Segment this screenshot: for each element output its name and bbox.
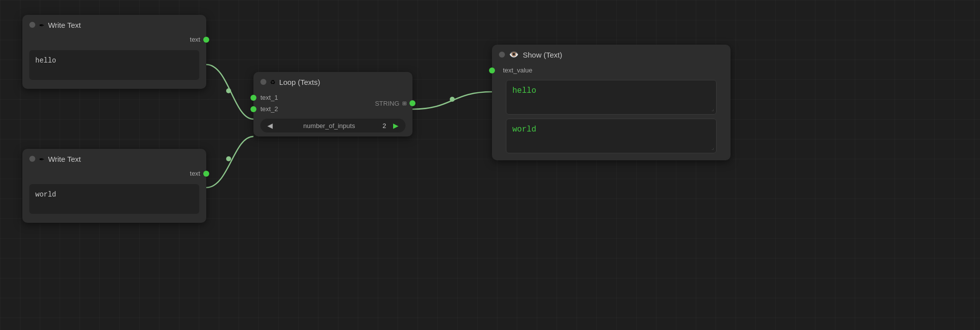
show-output-1[interactable]: hello ⌟ [506,80,717,115]
show-output-2[interactable]: world ⌟ [506,119,717,153]
loop-header: ♻️ Loop (Texts) [253,72,412,92]
loop-output-type: STRING [375,100,399,107]
connection-path-2 [206,136,253,188]
loop-input-row-2: text_2 [253,103,285,115]
show-text-node: 👁️ Show (Text) text_value hello ⌟ world … [492,45,731,160]
text-display-2[interactable]: world [29,184,199,214]
show-output-value-1: hello [512,86,536,95]
loop-input-row-1: text_1 [253,92,285,103]
write-text-icon-2: ✒️ [39,154,44,164]
node-header-2: ✒️ Write Text [22,149,206,169]
node-status-dot-1 [29,22,35,28]
text-display-1[interactable]: hello [29,50,199,80]
loop-output-port[interactable] [409,100,415,106]
stepper-value: 2 [383,122,386,130]
show-output-value-2: world [512,125,536,134]
node-status-dot-2 [29,156,35,162]
show-input-port[interactable] [489,67,495,73]
show-icon: 👁️ [509,50,519,60]
write-text-node-2: ✒️ Write Text text world [22,149,206,223]
resize-handle-1: ⌟ [711,106,714,112]
port-label-2: text [190,170,200,177]
loop-title: Loop (Texts) [279,78,321,86]
show-title: Show (Text) [523,51,562,59]
output-port-2[interactable] [203,171,209,177]
text-value-1: hello [35,57,56,65]
connection-dot-2 [226,156,231,161]
node-header-1: ✒️ Write Text [22,15,206,35]
connection-path-3 [412,92,492,109]
loop-icon: ♻️ [270,77,275,87]
show-output-1-container: hello ⌟ [499,80,724,115]
loop-node: ♻️ Loop (Texts) text_1 text_2 STRING ⊞ [253,72,412,136]
stepper-label: number_of_inputs [276,122,383,130]
show-input-label: text_value [503,66,532,74]
write-text-icon-1: ✒️ [39,20,44,30]
loop-grid-icon: ⊞ [403,99,407,108]
connection-path-1 [206,65,253,119]
output-port-1[interactable] [203,37,209,43]
write-text-title-2: Write Text [48,155,81,163]
text-value-2: world [35,191,56,198]
stepper-prev-btn[interactable]: ◀ [264,121,276,131]
resize-handle-2: ⌟ [711,145,714,151]
connection-dot-3 [450,97,455,102]
loop-input-port-2[interactable] [250,106,256,112]
stepper-row: ◀ number_of_inputs 2 ▶ [260,119,406,132]
loop-input-label-2: text_2 [260,105,278,113]
show-status-dot [499,52,505,58]
port-row-1: text [22,35,206,46]
show-output-2-container: world ⌟ [499,119,724,153]
connection-dot-1 [226,88,231,93]
write-text-title-1: Write Text [48,21,81,29]
loop-status-dot [260,79,266,85]
node-body-1: hello [22,46,206,89]
node-canvas[interactable]: ✒️ Write Text text hello ✒️ Write Text t… [0,0,980,330]
loop-input-label-1: text_1 [260,94,278,101]
port-label-1: text [190,36,200,43]
show-input-row: text_value [492,65,731,78]
stepper-next-btn[interactable]: ▶ [390,121,402,131]
node-body-2: world [22,180,206,223]
port-row-2: text [22,169,206,180]
write-text-node-1: ✒️ Write Text text hello [22,15,206,89]
loop-input-port-1[interactable] [250,95,256,101]
show-header: 👁️ Show (Text) [492,45,731,65]
